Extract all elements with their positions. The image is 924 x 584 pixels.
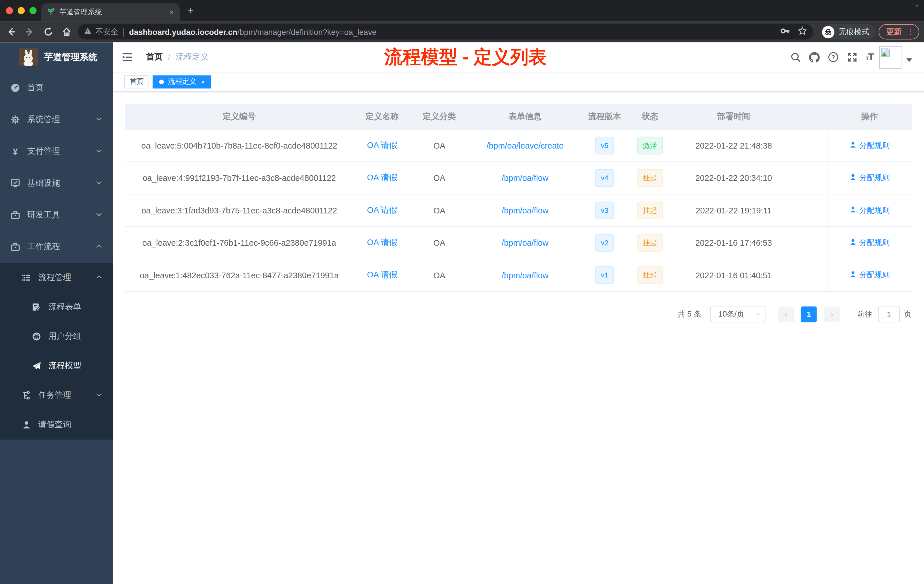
briefcase-icon	[11, 242, 20, 252]
sidebar-item-流程模型[interactable]: 流程模型	[0, 351, 113, 381]
breadcrumb-home[interactable]: 首页	[146, 52, 163, 63]
user-icon	[849, 238, 857, 247]
status-badge: 挂起	[637, 234, 663, 252]
status-badge: 挂起	[637, 201, 663, 219]
zoom-window-button[interactable]	[30, 7, 36, 14]
operation-cell: 分配规则	[827, 259, 912, 291]
chevron-down-icon	[96, 115, 102, 124]
url-path: /bpm/manager/definition?key=oa_leave	[238, 27, 376, 36]
sidebar-item-研发工具[interactable]: 研发工具	[0, 199, 113, 231]
close-window-button[interactable]	[6, 7, 13, 14]
browser-tab[interactable]: 芋道管理系统 ×	[41, 3, 180, 21]
back-icon[interactable]	[7, 27, 16, 36]
browser-update-button[interactable]: 更新 ⋮	[879, 24, 919, 40]
assign-rule-link[interactable]: 分配规则	[849, 140, 890, 151]
definition-id-cell: oa_leave:1:482ec033-762a-11ec-8477-a2380…	[125, 259, 353, 291]
goto-label: 前往	[857, 309, 872, 319]
sidebar-item-label: 首页	[27, 82, 44, 93]
spacer-cell	[794, 227, 827, 259]
app-title: 芋道管理系统	[44, 51, 97, 63]
user-group-icon	[32, 332, 41, 341]
key-icon[interactable]	[780, 26, 790, 38]
fullscreen-icon[interactable]	[846, 52, 857, 63]
sidebar-item-流程表单[interactable]: 流程表单	[0, 292, 113, 322]
assign-rule-link[interactable]: 分配规则	[849, 173, 890, 183]
status-cell: 挂起	[627, 195, 673, 226]
form-info-link[interactable]: /bpm/oa/leave/create	[468, 130, 582, 162]
prev-page-button[interactable]: ‹	[778, 306, 794, 322]
sidebar-item-基础设施[interactable]: 基础设施	[0, 167, 113, 199]
version-badge: v5	[595, 137, 614, 155]
page-annotation: 流程模型 - 定义列表	[384, 45, 546, 70]
sidebar-item-工作流程[interactable]: 工作流程	[0, 231, 113, 263]
url-bar[interactable]: 不安全 dashboard.yudao.iocoder.cn/bpm/manag…	[78, 24, 813, 40]
status-badge: 激活	[637, 137, 663, 155]
page-size-select[interactable]: 10条/页 ˅	[710, 306, 766, 322]
person-icon	[22, 420, 31, 430]
assign-rule-link[interactable]: 分配规则	[849, 205, 890, 216]
tab-search-chevron-icon[interactable]: ⌄	[914, 1, 919, 8]
next-page-button[interactable]: ›	[824, 306, 840, 322]
sidebar-item-流程管理[interactable]: 流程管理	[0, 263, 113, 292]
definition-name-link[interactable]: OA 请假	[354, 227, 411, 259]
deploy-time-cell: 2022-01-16 01:40:51	[673, 259, 794, 291]
browser-menu-icon[interactable]: ⋮	[906, 30, 914, 33]
sidebar-item-用户分组[interactable]: 用户分组	[0, 322, 113, 351]
page-number-button[interactable]: 1	[801, 306, 817, 322]
avatar-dropdown-caret-icon[interactable]	[906, 58, 912, 62]
incognito-icon	[822, 26, 834, 38]
version-badge: v3	[595, 201, 614, 219]
column-header-流程版本: 流程版本	[582, 104, 627, 129]
goto-page-input[interactable]	[878, 306, 900, 322]
tab-favicon-icon	[47, 7, 55, 17]
form-info-link[interactable]: /bpm/oa/flow	[468, 195, 582, 226]
minimize-window-button[interactable]	[18, 7, 25, 14]
github-icon[interactable]	[809, 52, 819, 63]
form-info-link[interactable]: /bpm/oa/flow	[468, 259, 582, 291]
definition-name-link[interactable]: OA 请假	[354, 259, 411, 291]
definition-category-cell: OA	[411, 227, 468, 259]
definition-id-cell: oa_leave:5:004b710b-7b8a-11ec-8ef0-acde4…	[125, 130, 353, 162]
new-tab-button[interactable]: +	[187, 5, 194, 17]
help-icon[interactable]: ?	[828, 52, 838, 63]
bookmark-star-icon[interactable]	[797, 26, 807, 38]
svg-text:?: ?	[832, 54, 835, 60]
not-secure-warning-icon[interactable]	[84, 26, 92, 37]
user-icon	[849, 173, 857, 183]
tag-home[interactable]: 首页	[124, 75, 149, 88]
version-badge: v1	[595, 266, 614, 284]
spacer-cell	[794, 162, 827, 194]
spacer-cell	[794, 195, 827, 226]
tag-close-icon[interactable]: ×	[201, 78, 205, 85]
home-icon[interactable]	[62, 27, 71, 36]
definition-name-link[interactable]: OA 请假	[354, 130, 411, 162]
sidebar-item-支付管理[interactable]: ¥支付管理	[0, 135, 113, 167]
sidebar-toggle-icon[interactable]	[121, 51, 133, 63]
sidebar: 芋道管理系统 首页系统管理¥支付管理基础设施研发工具工作流程流程管理流程表单用户…	[0, 43, 113, 584]
column-header-spacer	[794, 104, 827, 129]
sidebar-item-label: 流程表单	[48, 302, 81, 312]
tab-close-icon[interactable]: ×	[170, 8, 174, 16]
security-label[interactable]: 不安全	[96, 26, 118, 37]
assign-rule-link[interactable]: 分配规则	[849, 238, 890, 248]
form-info-link[interactable]: /bpm/oa/flow	[468, 162, 582, 194]
reload-icon[interactable]	[44, 27, 53, 36]
tab-title: 芋道管理系统	[59, 7, 169, 17]
forward-icon[interactable]	[25, 27, 34, 36]
search-icon[interactable]	[790, 52, 800, 63]
form-info-link[interactable]: /bpm/oa/flow	[468, 227, 582, 259]
app-logo-row[interactable]: 芋道管理系统	[0, 43, 113, 72]
version-badge: v2	[595, 234, 614, 252]
definition-name-link[interactable]: OA 请假	[354, 195, 411, 226]
avatar[interactable]	[879, 46, 902, 69]
definition-name-link[interactable]: OA 请假	[354, 162, 411, 194]
tag-process-definition[interactable]: 流程定义 ×	[153, 75, 211, 88]
sidebar-item-系统管理[interactable]: 系统管理	[0, 104, 113, 135]
assign-rule-link[interactable]: 分配规则	[849, 270, 890, 280]
definition-category-cell: OA	[411, 195, 468, 226]
sidebar-item-任务管理[interactable]: 任务管理	[0, 381, 113, 410]
sidebar-item-请假查询[interactable]: 请假查询	[0, 410, 113, 440]
definition-id-cell: oa_leave:4:991f2193-7b7f-11ec-a3c8-acde4…	[125, 162, 353, 194]
sidebar-item-首页[interactable]: 首页	[0, 72, 113, 104]
font-size-icon[interactable]: тT	[865, 52, 873, 63]
